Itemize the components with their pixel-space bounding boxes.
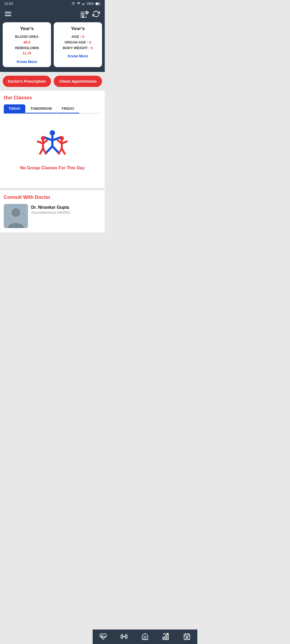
time-display: 12:53 [4, 2, 13, 6]
age-row: AGE : h [57, 34, 99, 40]
doctor-card: Dr. Nirankar Gupta Ayurvedacharya (MAMS) [4, 204, 101, 228]
refresh-icon[interactable] [92, 10, 100, 18]
doctor-specialty: Ayurvedacharya (MAMS) [31, 210, 101, 214]
prescription-button[interactable]: Doctor's Prescription [3, 76, 51, 87]
card1-know-more[interactable]: Know More [6, 60, 48, 64]
tab-today[interactable]: TODAY [4, 104, 25, 114]
card2-know-more[interactable]: Know More [57, 54, 99, 58]
status-bar: 12:53 69% [0, 0, 105, 7]
profile-building-icon[interactable] [81, 10, 89, 18]
organ-age-row: ORGAN AGE : h [57, 40, 99, 45]
cards-section: Your's BLOOD UREA 48.0 HEMOGLOBIN 11.75 … [0, 22, 105, 72]
health-card-1: Your's BLOOD UREA 48.0 HEMOGLOBIN 11.75 … [3, 22, 51, 67]
action-buttons-section: Doctor's Prescription Check Appointments [0, 72, 105, 91]
tab-friday[interactable]: FRIDAY [57, 104, 79, 114]
top-nav [0, 7, 105, 22]
alarm-icon [71, 2, 75, 6]
svg-rect-2 [84, 3, 84, 5]
signal-icon [82, 2, 85, 6]
svg-rect-0 [82, 4, 83, 5]
card2-title: Your's [57, 26, 99, 31]
doctor-photo [4, 204, 28, 228]
svg-rect-9 [83, 13, 84, 14]
wifi-icon [77, 2, 81, 6]
no-classes-container: No Group Classes For This Day [4, 119, 101, 184]
svg-line-32 [62, 148, 65, 154]
svg-rect-8 [82, 13, 83, 14]
battery-icon [96, 2, 100, 5]
hamburger-menu[interactable] [5, 12, 11, 16]
our-classes-section: Our Classes TODAY TOMORROW FRIDAY [0, 91, 105, 188]
group-class-icon [36, 127, 68, 160]
status-icons: 69% [71, 2, 100, 6]
svg-rect-1 [83, 3, 84, 5]
svg-rect-11 [83, 14, 84, 16]
svg-rect-3 [85, 2, 85, 5]
svg-point-14 [86, 12, 88, 13]
no-classes-text: No Group Classes For This Day [20, 166, 85, 170]
svg-point-33 [12, 208, 20, 217]
hemoglobin-value: 11.75 [6, 51, 48, 56]
svg-line-19 [46, 146, 52, 152]
our-classes-title: Our Classes [4, 95, 101, 101]
hemoglobin-label: HEMOGLOBIN [6, 45, 48, 51]
svg-line-26 [43, 148, 46, 154]
card1-content: BLOOD UREA 48.0 HEMOGLOBIN 11.75 [6, 34, 48, 56]
card2-content: AGE : h ORGAN AGE : h BODY WEIGHT : h [57, 34, 99, 51]
svg-rect-6 [96, 3, 99, 5]
appointments-button[interactable]: Check Appointments [54, 76, 102, 87]
svg-line-20 [52, 146, 58, 152]
doctor-info: Dr. Nirankar Gupta Ayurvedacharya (MAMS) [31, 204, 101, 214]
health-card-2: Your's AGE : h ORGAN AGE : h BODY WEIGHT… [54, 22, 102, 67]
tab-tomorrow[interactable]: TOMORROW [26, 104, 57, 114]
body-weight-row: BODY WEIGHT : h [57, 45, 99, 51]
blood-urea-label: BLOOD UREA [6, 34, 48, 40]
consult-title: Consult With Doctor [4, 195, 101, 200]
blood-urea-value: 48.0 [6, 40, 48, 45]
svg-rect-12 [82, 16, 84, 18]
classes-tabs: TODAY TOMORROW FRIDAY [4, 104, 101, 114]
svg-rect-5 [100, 3, 100, 4]
svg-line-17 [44, 137, 52, 140]
svg-rect-10 [82, 14, 83, 16]
svg-line-18 [52, 137, 61, 140]
battery-display: 69% [87, 2, 94, 6]
consult-section: Consult With Doctor Dr. Nirankar Gupta A… [0, 190, 105, 232]
card1-title: Your's [6, 26, 48, 31]
nav-icons [81, 10, 100, 18]
doctor-name: Dr. Nirankar Gupta [31, 205, 101, 210]
